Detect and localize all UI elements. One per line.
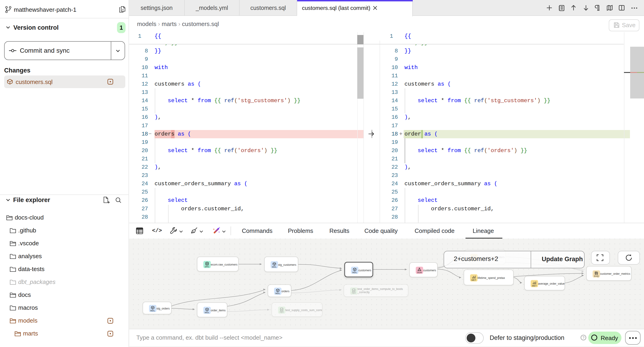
svg-text:?: ?	[582, 336, 584, 340]
